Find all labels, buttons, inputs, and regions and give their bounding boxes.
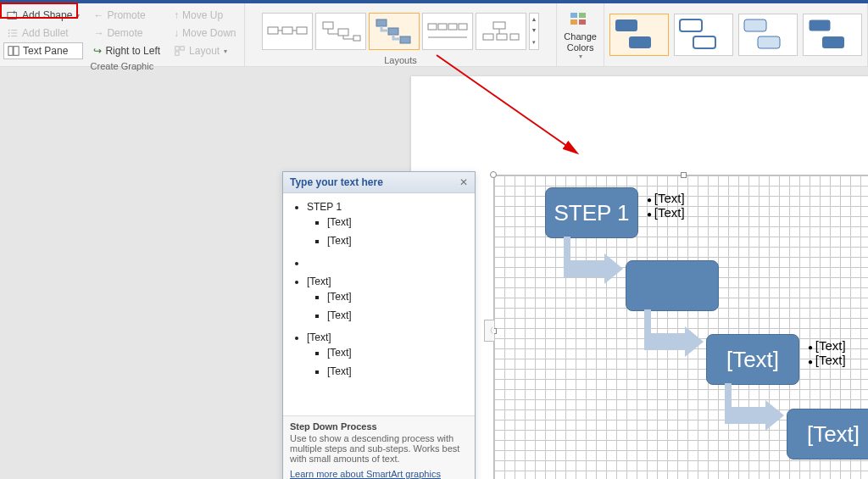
svg-rect-23 [428,24,437,30]
svg-rect-35 [570,19,577,25]
layout-option-2[interactable] [315,13,366,50]
add-bullet-button: Add Bullet [3,25,83,42]
arrow-connector-icon [644,309,712,360]
move-up-label: Move Up [182,9,223,21]
style-option-1-selected[interactable] [609,14,669,56]
add-shape-label: Add Shape [22,9,72,21]
step-box-2[interactable] [626,260,719,311]
bullet-item: [Text] [647,191,685,205]
arrow-left-icon: ← [93,9,103,21]
change-colors-icon [569,9,593,31]
learn-more-link[interactable]: Learn more about SmartArt graphics [290,469,441,479]
list-item[interactable]: [Text] [307,276,331,287]
smartart-canvas[interactable]: 〈 STEP 1 [Text] [Text] [Text] [Text] [Te… [493,175,868,479]
svg-rect-18 [338,29,348,36]
layout-option-1[interactable] [262,13,313,50]
style-option-4[interactable] [803,14,862,56]
chevron-down-icon: ▾ [224,47,227,55]
layout-name: Step Down Process [290,421,468,432]
svg-rect-14 [297,27,307,34]
svg-point-2 [8,32,10,34]
arrow-up-icon: ↑ [174,9,179,21]
svg-rect-10 [181,47,184,50]
svg-rect-42 [758,36,780,48]
svg-rect-39 [680,19,702,31]
style-option-2[interactable] [674,14,733,56]
svg-rect-20 [376,19,387,26]
text-pane-title: Type your text here [290,176,383,188]
close-icon[interactable]: ✕ [459,176,468,188]
step-box-4-label: [Text] [807,421,860,448]
text-pane-footer: Step Down Process Use to show a descendi… [283,416,475,479]
change-colors-label: Change Colors [564,31,597,52]
promote-button: ← Promote [90,7,164,24]
right-to-left-button[interactable]: ↪ Right to Left [90,42,164,59]
style-option-3[interactable] [738,14,798,56]
step-box-1[interactable]: STEP 1 [545,187,638,238]
text-pane-body[interactable]: STEP 1 [Text] [Text] [Text] [Text] [Text… [283,193,475,416]
layout-option-3-selected[interactable] [369,13,420,50]
list-item[interactable]: [Text] [307,331,331,343]
bullet-item: [Text] [808,338,846,353]
svg-rect-24 [438,24,447,30]
svg-rect-19 [353,36,360,41]
list-item[interactable]: [Text] [327,347,352,359]
svg-rect-43 [809,19,831,31]
step-box-4[interactable]: [Text] [787,409,868,460]
step-box-3[interactable]: [Text] [706,334,799,385]
svg-rect-13 [282,27,292,34]
bullet-item: [Text] [808,353,846,367]
chevron-down-icon: ▾ [579,53,582,60]
svg-rect-41 [744,19,766,31]
svg-point-1 [8,30,10,31]
arrow-right-icon: → [93,27,103,39]
layouts-label: Layouts [248,53,553,66]
svg-rect-28 [493,22,505,29]
layouts-more-button[interactable]: ▲▼▾ [529,13,539,50]
svg-rect-12 [268,27,278,34]
text-pane-label: Text Pane [23,45,68,57]
move-up-button: ↑ Move Up [170,7,239,24]
step-3-bullets[interactable]: [Text] [Text] [808,338,846,367]
ribbon: Add Shape ▾ Add Bullet Text Pane ← Promo… [0,3,868,67]
svg-rect-0 [8,13,17,19]
svg-rect-7 [8,47,13,56]
list-item[interactable]: [Text] [327,291,352,303]
svg-rect-36 [579,19,586,25]
add-shape-button[interactable]: Add Shape ▾ [3,7,83,24]
text-pane-panel: Type your text here ✕ STEP 1 [Text] [Tex… [282,171,476,479]
svg-rect-38 [629,36,651,48]
move-down-button: ↓ Move Down [170,25,239,42]
svg-rect-40 [693,36,715,48]
list-item[interactable]: [Text] [327,216,352,228]
arrow-connector-icon [725,383,793,434]
right-to-left-label: Right to Left [105,45,160,57]
change-colors-button[interactable]: Change Colors ▾ [557,3,604,66]
layout-option-5[interactable] [476,13,526,50]
list-item[interactable]: [Text] [327,309,352,321]
demote-label: Demote [107,27,142,39]
rtl-icon: ↪ [93,45,102,57]
text-pane-icon [8,45,19,57]
list-item[interactable]: STEP 1 [307,201,342,213]
promote-label: Promote [107,9,145,21]
step-1-bullets[interactable]: [Text] [Text] [647,191,685,220]
chevron-down-icon: ▾ [76,12,80,19]
text-pane-button[interactable]: Text Pane [3,42,83,59]
svg-rect-11 [175,52,179,55]
layout-option-4[interactable] [422,13,473,50]
demote-button: → Demote [90,25,164,42]
list-item[interactable]: [Text] [327,235,352,247]
create-graphic-label: Create Graphic [3,59,241,72]
step-box-3-label: [Text] [726,347,779,373]
bullet-item: [Text] [647,205,685,220]
svg-rect-26 [459,24,467,30]
list-item[interactable]: [Text] [327,365,352,377]
svg-rect-21 [388,28,398,35]
layout-icon [174,45,186,57]
move-down-label: Move Down [182,27,236,39]
add-bullet-label: Add Bullet [22,27,69,39]
step-box-1-label: STEP 1 [554,200,629,226]
svg-rect-29 [483,34,493,40]
expand-text-pane-tab[interactable]: 〈 [484,320,494,342]
